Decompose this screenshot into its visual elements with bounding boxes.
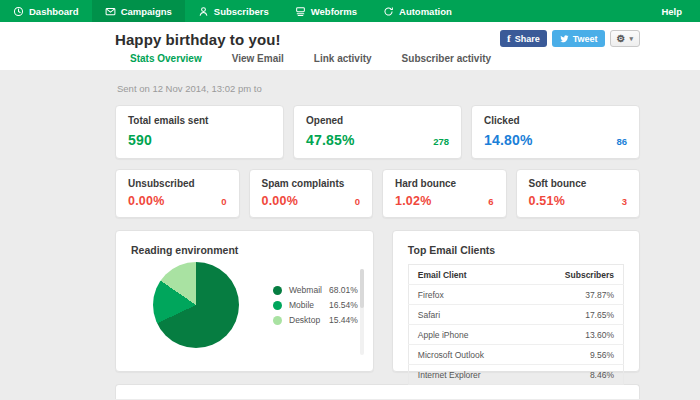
nav-label-automation: Automation bbox=[399, 6, 452, 17]
clock-icon bbox=[13, 6, 24, 17]
tab-view-email[interactable]: View Email bbox=[232, 53, 284, 64]
legend-item-desktop: Desktop 15.44% bbox=[273, 315, 358, 325]
scrollbar-thumb[interactable] bbox=[360, 269, 364, 308]
campaign-header: Happy birthday to you! Stats Overview Vi… bbox=[0, 22, 700, 70]
tweet-button[interactable]: Tweet bbox=[552, 30, 605, 47]
panel-title: Reading environment bbox=[131, 244, 358, 256]
client-name: Microsoft Outlook bbox=[408, 345, 528, 365]
client-name: Internet Explorer bbox=[408, 365, 528, 385]
nav-label-webforms: Webforms bbox=[311, 6, 357, 17]
facebook-share-button[interactable]: f Share bbox=[500, 30, 547, 47]
client-share: 13.60% bbox=[528, 325, 624, 345]
stat-label: Unsubscribed bbox=[128, 178, 227, 189]
secondary-stats-row: Unsubscribed 0.00% 0 Spam complaints 0.0… bbox=[115, 169, 640, 218]
webform-icon bbox=[295, 6, 306, 17]
column-header-email-client: Email Client bbox=[408, 265, 528, 285]
settings-dropdown-button[interactable]: ⚙ ▾ bbox=[610, 30, 640, 47]
stats-content: Sent on 12 Nov 2014, 13:02 pm to Total e… bbox=[0, 83, 700, 399]
client-share: 8.46% bbox=[528, 365, 624, 385]
stat-card-spam-complaints: Spam complaints 0.00% 0 bbox=[249, 169, 374, 218]
column-header-subscribers: Subscribers bbox=[528, 265, 624, 285]
envelope-icon bbox=[105, 6, 116, 17]
client-share: 9.56% bbox=[528, 345, 624, 365]
legend-item-webmail: Webmail 68.01% bbox=[273, 285, 358, 295]
legend-value: 16.54% bbox=[329, 300, 358, 310]
stat-value: 1.02% bbox=[395, 194, 431, 208]
client-name: Apple iPhone bbox=[408, 325, 528, 345]
reading-environment-panel: Reading environment Webmail 68.01% Mobil… bbox=[115, 230, 374, 372]
nav-label-help: Help bbox=[661, 6, 682, 17]
person-icon bbox=[198, 6, 209, 17]
stat-label: Total emails sent bbox=[128, 115, 271, 126]
stat-card-unsubscribed: Unsubscribed 0.00% 0 bbox=[115, 169, 240, 218]
table-row: Internet Explorer 8.46% bbox=[408, 365, 623, 385]
legend-item-mobile: Mobile 16.54% bbox=[273, 300, 358, 310]
nav-label-dashboard: Dashboard bbox=[29, 6, 79, 17]
nav-item-webforms[interactable]: Webforms bbox=[282, 0, 370, 22]
stat-count: 3 bbox=[622, 196, 627, 207]
facebook-icon: f bbox=[507, 33, 511, 44]
stat-card-total-sent: Total emails sent 590 bbox=[115, 105, 284, 159]
chevron-down-icon: ▾ bbox=[629, 35, 633, 43]
header-actions: f Share Tweet ⚙ ▾ bbox=[500, 30, 640, 47]
legend-dot-desktop bbox=[273, 316, 282, 325]
client-name: Firefox bbox=[408, 285, 528, 305]
reading-environment-pie bbox=[153, 262, 239, 348]
charts-row: Reading environment Webmail 68.01% Mobil… bbox=[115, 230, 640, 372]
stat-label: Opened bbox=[306, 115, 449, 126]
stat-card-soft-bounce: Soft bounce 0.51% 3 bbox=[516, 169, 641, 218]
sent-info: Sent on 12 Nov 2014, 13:02 pm to bbox=[117, 83, 640, 94]
panel-title: Top Email Clients bbox=[408, 244, 624, 256]
client-name: Safari bbox=[408, 305, 528, 325]
stat-label: Clicked bbox=[484, 115, 627, 126]
stat-label: Hard bounce bbox=[395, 178, 494, 189]
stat-label: Spam complaints bbox=[262, 178, 361, 189]
tab-link-activity[interactable]: Link activity bbox=[314, 53, 372, 64]
stat-card-hard-bounce: Hard bounce 1.02% 6 bbox=[382, 169, 507, 218]
stat-value: 0.00% bbox=[262, 194, 298, 208]
stat-value: 0.51% bbox=[529, 194, 565, 208]
legend-label: Mobile bbox=[289, 300, 329, 310]
nav-label-subscribers: Subscribers bbox=[214, 6, 269, 17]
primary-stats-row: Total emails sent 590 Opened 47.85% 278 … bbox=[115, 105, 640, 159]
nav-label-campaigns: Campaigns bbox=[121, 6, 172, 17]
table-header-row: Email Client Subscribers bbox=[408, 265, 623, 285]
gear-icon: ⚙ bbox=[617, 33, 626, 44]
table-row: Firefox 37.87% bbox=[408, 285, 623, 305]
stat-count: 0 bbox=[355, 196, 360, 207]
stat-value: 0.00% bbox=[128, 194, 164, 208]
legend-dot-webmail bbox=[273, 286, 282, 295]
table-row: Microsoft Outlook 9.56% bbox=[408, 345, 623, 365]
tab-bar: Stats Overview View Email Link activity … bbox=[130, 53, 491, 64]
tab-subscriber-activity[interactable]: Subscriber activity bbox=[402, 53, 491, 64]
table-row: Apple iPhone 13.60% bbox=[408, 325, 623, 345]
nav-item-dashboard[interactable]: Dashboard bbox=[0, 0, 92, 22]
legend-label: Webmail bbox=[289, 285, 329, 295]
panel-scrollbar[interactable] bbox=[360, 269, 364, 355]
stat-count: 6 bbox=[488, 196, 493, 207]
tab-stats-overview[interactable]: Stats Overview bbox=[130, 53, 202, 64]
nav-item-automation[interactable]: Automation bbox=[370, 0, 465, 22]
stat-count: 86 bbox=[616, 136, 627, 147]
stat-count: 0 bbox=[221, 196, 226, 207]
nav-item-campaigns[interactable]: Campaigns bbox=[92, 0, 185, 22]
legend-value: 68.01% bbox=[329, 285, 358, 295]
share-label: Share bbox=[515, 34, 540, 44]
tweet-label: Tweet bbox=[573, 34, 598, 44]
twitter-bird-icon bbox=[559, 34, 569, 44]
top-nav: Dashboard Campaigns Subscribers Webforms… bbox=[0, 0, 700, 22]
stat-card-opened: Opened 47.85% 278 bbox=[293, 105, 462, 159]
stat-value: 47.85% bbox=[306, 132, 355, 148]
nav-item-help[interactable]: Help bbox=[643, 0, 700, 22]
refresh-icon bbox=[383, 6, 394, 17]
stat-value: 14.80% bbox=[484, 132, 533, 148]
top-email-clients-panel: Top Email Clients Email Client Subscribe… bbox=[392, 230, 640, 372]
stat-label: Soft bounce bbox=[529, 178, 628, 189]
legend-value: 15.44% bbox=[329, 315, 358, 325]
client-share: 37.87% bbox=[528, 285, 624, 305]
next-section-card bbox=[115, 384, 640, 399]
stat-count: 278 bbox=[433, 136, 449, 147]
stat-card-clicked: Clicked 14.80% 86 bbox=[471, 105, 640, 159]
legend-label: Desktop bbox=[289, 315, 329, 325]
nav-item-subscribers[interactable]: Subscribers bbox=[185, 0, 282, 22]
